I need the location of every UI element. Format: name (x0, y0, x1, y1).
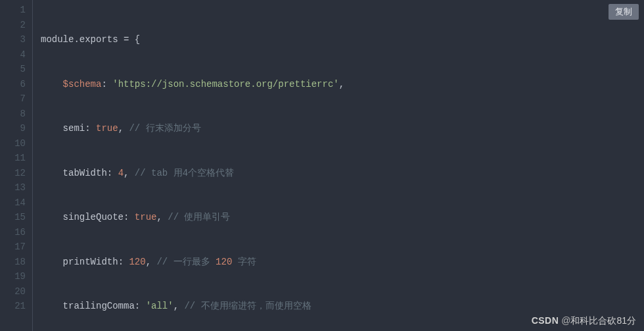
code-comment: // 行末添加分号 (129, 123, 200, 134)
code-bool: true (96, 123, 118, 134)
line-number: 13 (0, 180, 32, 195)
watermark-brand: CSDN (532, 315, 559, 326)
line-number: 11 (0, 151, 32, 166)
line-number: 5 (0, 62, 32, 77)
code-key: tabWidth (63, 168, 107, 178)
watermark-at: @ (561, 315, 570, 326)
line-number: 15 (0, 210, 32, 225)
code-punct: : (85, 123, 96, 134)
line-number: 20 (0, 284, 32, 299)
code-number: 4 (118, 168, 124, 178)
line-number: 14 (0, 195, 32, 211)
watermark-author: 和科比合砍81分 (570, 315, 636, 326)
code-string: 'all' (146, 301, 173, 311)
line-number: 21 (0, 299, 32, 314)
line-number: 6 (0, 77, 32, 92)
code-key: $schema (63, 79, 102, 89)
code-comment: 字符 (232, 257, 256, 267)
line-number: 8 (0, 107, 32, 122)
copy-button[interactable]: 复制 (609, 4, 639, 20)
code-line: printWidth: 120, // 一行最多 120 字符 (41, 255, 644, 270)
code-comment: // 使用单引号 (168, 212, 230, 222)
code-punct: , (156, 212, 168, 222)
line-number: 19 (0, 269, 32, 284)
code-punct: , (118, 123, 129, 134)
code-number: 120 (129, 257, 145, 267)
code-punct: : (107, 168, 118, 178)
code-number: 120 (216, 257, 232, 267)
code-line: module.exports = { (41, 32, 644, 47)
code-content[interactable]: module.exports = { $schema: 'https://jso… (33, 0, 644, 331)
code-comment: // 不使用缩进符，而使用空格 (184, 301, 311, 311)
code-text: module.exports = { (41, 34, 140, 45)
code-punct: , (339, 79, 344, 89)
line-number: 18 (0, 255, 32, 270)
watermark: CSDN @和科比合砍81分 (532, 315, 636, 327)
line-number: 2 (0, 18, 32, 33)
line-number-gutter: 123456789101112131415161718192021 (0, 0, 33, 331)
code-punct: : (118, 257, 129, 267)
code-punct: : (124, 212, 135, 222)
code-key: singleQuote (63, 212, 124, 222)
line-number: 17 (0, 240, 32, 255)
code-bool: true (135, 212, 157, 222)
line-number: 3 (0, 32, 32, 47)
line-number: 12 (0, 166, 32, 181)
code-line: trailingComma: 'all', // 不使用缩进符，而使用空格 (41, 299, 644, 314)
code-punct: : (101, 79, 112, 89)
code-punct: , (173, 301, 185, 311)
code-string: 'https://json.schemastore.org/prettierrc… (112, 79, 338, 89)
code-punct: , (124, 168, 135, 178)
line-number: 10 (0, 136, 32, 151)
code-line: $schema: 'https://json.schemastore.org/p… (41, 77, 644, 92)
line-number: 1 (0, 3, 32, 18)
code-key: semi (63, 123, 85, 134)
code-comment: // tab 用4个空格代替 (135, 168, 234, 178)
code-line: semi: true, // 行末添加分号 (41, 121, 644, 136)
code-editor: 123456789101112131415161718192021 module… (0, 0, 644, 331)
code-punct: : (135, 301, 146, 311)
code-key: trailingComma (63, 301, 135, 311)
line-number: 7 (0, 91, 32, 107)
code-comment: // 一行最多 (156, 257, 216, 267)
line-number: 16 (0, 225, 32, 240)
code-punct: , (146, 257, 157, 267)
line-number: 4 (0, 47, 32, 63)
line-number: 9 (0, 121, 32, 136)
code-line: tabWidth: 4, // tab 用4个空格代替 (41, 166, 644, 181)
code-key: printWidth (63, 257, 118, 267)
code-line: singleQuote: true, // 使用单引号 (41, 210, 644, 225)
